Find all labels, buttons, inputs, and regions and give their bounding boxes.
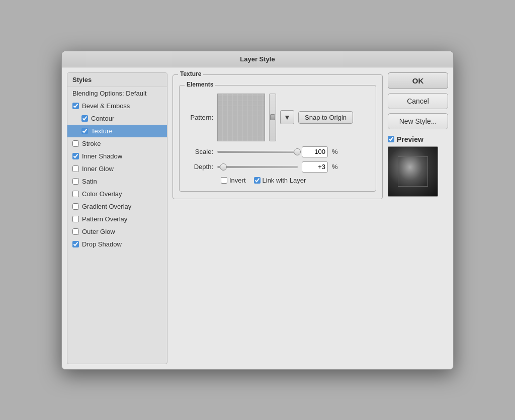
elements-group: Elements Pattern: ▼ Snap to Origin Scale… (179, 85, 376, 192)
sidebar-label-outer-glow: Outer Glow (82, 228, 115, 235)
invert-checkbox-label[interactable]: Invert (221, 177, 246, 184)
sidebar-label-inner-glow: Inner Glow (82, 165, 114, 173)
scale-label: Scale: (186, 148, 213, 155)
preview-section: Preview (388, 135, 448, 197)
invert-checkbox[interactable] (221, 177, 227, 184)
sidebar-label-color-overlay: Color Overlay (82, 190, 122, 198)
sidebar-item-color-overlay[interactable]: Color Overlay (67, 188, 167, 200)
depth-input[interactable] (302, 161, 328, 173)
title-bar: Layer Style (62, 51, 453, 67)
checkbox-texture[interactable] (81, 128, 88, 134)
checkbox-row: Invert Link with Layer (186, 177, 370, 184)
texture-group-legend: Texture (178, 70, 203, 77)
checkbox-bevel-emboss[interactable] (72, 103, 79, 109)
checkbox-color-overlay[interactable] (72, 191, 79, 197)
sidebar-item-bevel-emboss[interactable]: Bevel & Emboss (67, 100, 167, 112)
checkbox-drop-shadow[interactable] (72, 241, 79, 247)
sidebar-item-inner-glow[interactable]: Inner Glow (67, 162, 167, 175)
invert-label: Invert (229, 177, 246, 184)
dialog-body: Styles Blending Options: DefaultBevel & … (62, 67, 453, 369)
link-checkbox[interactable] (254, 177, 261, 184)
sidebar-label-stroke: Stroke (82, 140, 101, 147)
new-style-button[interactable]: New Style... (388, 113, 448, 129)
sidebar-item-texture[interactable]: Texture (67, 125, 167, 137)
preview-box (388, 146, 438, 197)
sidebar-label-drop-shadow: Drop Shadow (82, 240, 122, 248)
scroll-thumb (270, 114, 275, 120)
dialog-title: Layer Style (240, 55, 275, 63)
pattern-label: Pattern: (186, 114, 213, 121)
left-panel: Styles Blending Options: DefaultBevel & … (67, 72, 167, 364)
sidebar-label-contour: Contour (91, 115, 114, 122)
checkbox-inner-glow[interactable] (72, 165, 79, 172)
cancel-button[interactable]: Cancel (388, 93, 448, 109)
depth-slider-container[interactable] (217, 163, 298, 171)
snap-to-origin-button[interactable]: Snap to Origin (298, 111, 353, 124)
right-panel: OK Cancel New Style... Preview (388, 72, 448, 364)
sidebar-item-stroke[interactable]: Stroke (67, 137, 167, 150)
sidebar-label-texture: Texture (91, 127, 113, 135)
sidebar-item-satin[interactable]: Satin (67, 175, 167, 188)
sidebar-item-outer-glow[interactable]: Outer Glow (67, 225, 167, 238)
checkbox-inner-shadow[interactable] (72, 153, 79, 159)
texture-group: Texture Elements Pattern: ▼ Snap to Orig… (173, 74, 383, 199)
checkbox-contour[interactable] (81, 115, 88, 122)
elements-legend: Elements (185, 81, 215, 88)
checkbox-gradient-overlay[interactable] (72, 203, 79, 210)
sidebar-item-pattern-overlay[interactable]: Pattern Overlay (67, 213, 167, 225)
preview-label-text: Preview (397, 135, 423, 143)
sidebar-item-contour[interactable]: Contour (67, 112, 167, 125)
sidebar-label-inner-shadow: Inner Shadow (82, 152, 122, 160)
checkbox-outer-glow[interactable] (72, 228, 79, 235)
checkbox-pattern-overlay[interactable] (72, 216, 79, 222)
preview-inner (398, 156, 428, 187)
preview-checkbox-label[interactable]: Preview (388, 135, 448, 143)
depth-track (217, 166, 298, 168)
styles-header: Styles (67, 73, 167, 87)
preview-checkbox[interactable] (388, 136, 394, 142)
scale-slider-container[interactable] (217, 148, 298, 156)
sidebar-label-bevel-emboss: Bevel & Emboss (82, 102, 130, 110)
scale-track (217, 151, 298, 153)
scale-percent: % (332, 148, 338, 155)
middle-panel: Texture Elements Pattern: ▼ Snap to Orig… (173, 72, 383, 364)
layer-style-dialog: Layer Style Styles Blending Options: Def… (61, 51, 454, 370)
sidebar-label-satin: Satin (82, 178, 97, 185)
sidebar-label-pattern-overlay: Pattern Overlay (82, 215, 127, 223)
pattern-preview[interactable] (217, 94, 265, 141)
sidebar-item-blending-options[interactable]: Blending Options: Default (67, 87, 167, 100)
scale-row: Scale: % (186, 146, 370, 157)
depth-row: Depth: % (186, 161, 370, 173)
link-label: Link with Layer (263, 177, 306, 184)
depth-label: Depth: (186, 163, 213, 171)
depth-thumb[interactable] (220, 163, 227, 171)
checkbox-satin[interactable] (72, 178, 79, 185)
sidebar-items-container: Blending Options: DefaultBevel & EmbossC… (67, 87, 167, 250)
checkbox-stroke[interactable] (72, 140, 79, 147)
sidebar-item-gradient-overlay[interactable]: Gradient Overlay (67, 200, 167, 213)
sidebar-label-blending-options: Blending Options: Default (72, 90, 146, 97)
pattern-scroll[interactable] (269, 94, 276, 141)
pattern-menu-btn[interactable]: ▼ (280, 110, 294, 124)
depth-percent: % (332, 163, 338, 171)
link-checkbox-label[interactable]: Link with Layer (254, 177, 306, 184)
sidebar-item-drop-shadow[interactable]: Drop Shadow (67, 238, 167, 250)
scale-thumb[interactable] (294, 148, 301, 155)
scale-input[interactable] (302, 146, 328, 157)
sidebar-item-inner-shadow[interactable]: Inner Shadow (67, 150, 167, 162)
pattern-row: Pattern: ▼ Snap to Origin (186, 94, 370, 141)
ok-button[interactable]: OK (388, 72, 448, 89)
sidebar-label-gradient-overlay: Gradient Overlay (82, 203, 131, 210)
